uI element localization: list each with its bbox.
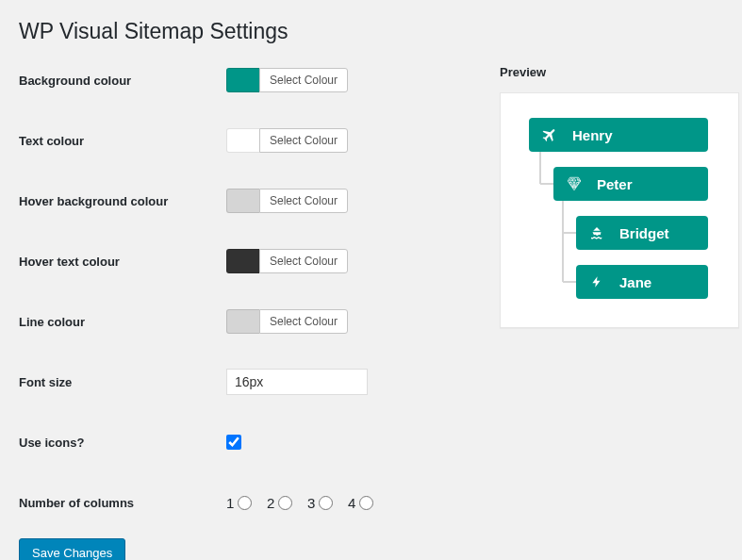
font-size-input[interactable]	[226, 369, 368, 395]
preview-node-label: Jane	[619, 274, 651, 290]
use-icons-checkbox[interactable]	[226, 435, 241, 450]
label-background-colour: Background colour	[19, 74, 226, 88]
diamond-icon	[565, 175, 584, 192]
settings-form: Background colour Select Colour Text col…	[19, 67, 471, 560]
swatch-hover-text-colour[interactable]	[226, 249, 259, 273]
select-colour-button-text[interactable]: Select Colour	[259, 128, 348, 153]
label-text-colour: Text colour	[19, 134, 226, 148]
num-columns-radios: 1 2 3 4	[226, 495, 385, 511]
col-option-2[interactable]	[278, 496, 292, 510]
label-font-size: Font size	[19, 375, 226, 389]
plane-icon	[540, 126, 559, 143]
swatch-text-colour[interactable]	[226, 128, 259, 153]
label-use-icons: Use icons?	[19, 436, 226, 450]
swatch-background-colour[interactable]	[226, 68, 259, 92]
preview-heading: Preview	[500, 65, 739, 79]
col-option-4[interactable]	[359, 496, 373, 510]
ship-icon	[587, 224, 606, 241]
label-line-colour: Line colour	[19, 315, 226, 329]
col-option-2-label: 2	[267, 495, 292, 511]
preview-node-label: Bridget	[619, 225, 669, 241]
select-colour-button-line[interactable]: Select Colour	[259, 309, 348, 334]
select-colour-button-htext[interactable]: Select Colour	[259, 249, 348, 273]
preview-panel: Henry Peter Bridget	[500, 92, 739, 328]
lightning-icon	[587, 273, 606, 290]
page-title: WP Visual Sitemap Settings	[19, 9, 723, 53]
swatch-hover-bg-colour[interactable]	[226, 189, 259, 213]
preview-node-grandchild-1: Bridget	[576, 216, 708, 250]
preview-node-label: Henry	[572, 127, 613, 143]
preview-node-root: Henry	[529, 118, 708, 152]
swatch-line-colour[interactable]	[226, 309, 259, 334]
label-hover-text-colour: Hover text colour	[19, 255, 226, 269]
col-option-3[interactable]	[319, 496, 333, 510]
select-colour-button-bg[interactable]: Select Colour	[259, 68, 348, 92]
label-num-columns: Number of columns	[19, 496, 226, 510]
col-option-1[interactable]	[238, 496, 252, 510]
select-colour-button-hbg[interactable]: Select Colour	[259, 189, 348, 213]
col-option-1-label: 1	[226, 495, 252, 511]
col-option-4-label: 4	[348, 495, 373, 511]
save-changes-button[interactable]: Save Changes	[19, 538, 125, 560]
col-option-3-label: 3	[307, 495, 333, 511]
label-hover-bg-colour: Hover background colour	[19, 194, 226, 208]
preview-node-grandchild-2: Jane	[576, 265, 708, 299]
preview-node-label: Peter	[597, 176, 633, 192]
preview-node-child-1: Peter	[553, 167, 708, 201]
